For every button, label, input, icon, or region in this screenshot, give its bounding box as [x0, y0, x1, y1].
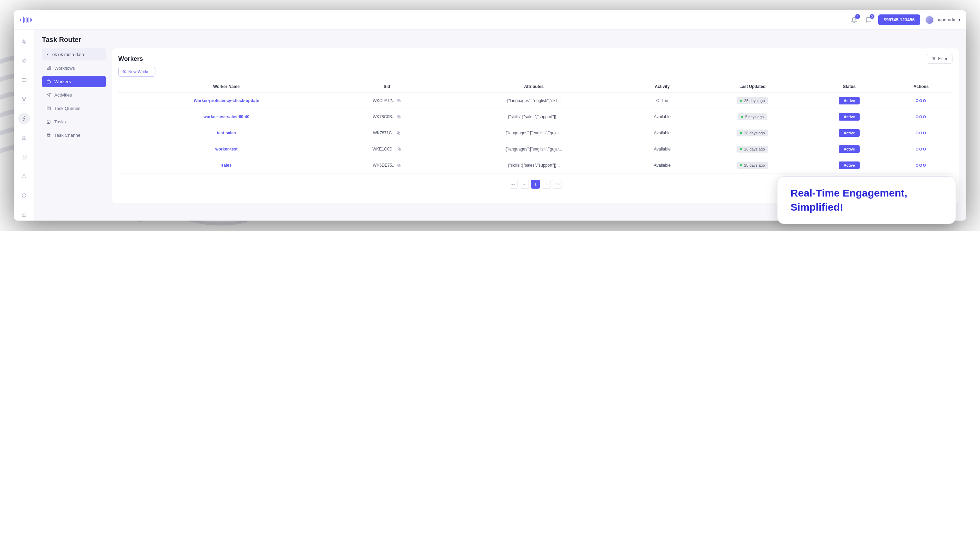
status-pill[interactable]: Active	[839, 162, 860, 169]
status-pill[interactable]: Active	[839, 113, 860, 121]
worker-name-link[interactable]: worker-test	[215, 147, 238, 152]
last-updated-pill: 5 days ago	[738, 113, 767, 120]
page-last[interactable]: »»	[553, 180, 562, 189]
filter-icon	[932, 57, 936, 61]
attributes-value: {"languages":["english","gujar...	[506, 147, 562, 152]
last-updated-pill: 28 days ago	[737, 146, 768, 152]
subnav-item-label: Activities	[54, 92, 72, 98]
rail-item-docs[interactable]	[18, 132, 30, 144]
status-dot-icon	[740, 100, 742, 102]
attributes-value: {"languages":["english","skil...	[507, 98, 560, 103]
filter-button[interactable]: Filter	[927, 54, 953, 63]
rail-item-user[interactable]	[18, 170, 30, 182]
svg-rect-28	[47, 109, 50, 110]
svg-rect-27	[47, 108, 50, 109]
row-actions-button[interactable]: OOO	[916, 147, 927, 151]
plus-icon	[123, 70, 127, 74]
subnav-activities[interactable]: Activities	[42, 89, 106, 101]
status-dot-icon	[740, 164, 742, 166]
page-prev[interactable]: «	[520, 180, 529, 189]
notifications-button[interactable]: 4	[850, 15, 859, 25]
svg-rect-24	[49, 67, 50, 70]
svg-point-14	[24, 59, 25, 60]
callout-text: Real-Time Engagement, Simplified!	[791, 186, 942, 214]
rail-item-refresh[interactable]	[18, 190, 30, 201]
row-actions-button[interactable]: OOO	[916, 98, 927, 103]
activity-value: Available	[654, 130, 671, 135]
notifications-count-badge: 4	[855, 14, 860, 19]
status-dot-icon	[740, 132, 742, 134]
user-menu[interactable]: superadmin	[925, 16, 960, 24]
status-dot-icon	[740, 148, 742, 150]
page-first[interactable]: ««	[509, 180, 518, 189]
activity-value: Available	[654, 114, 671, 119]
avatar	[925, 16, 934, 24]
rail-item-image[interactable]	[18, 151, 30, 163]
worker-name-link[interactable]: test-sales	[217, 130, 236, 135]
sid-value: WK7871C...	[373, 130, 401, 135]
rail-item-hash[interactable]	[18, 36, 30, 48]
rail-item-flow[interactable]	[18, 94, 30, 105]
rail-item-analytics[interactable]	[18, 209, 30, 220]
page-current[interactable]: 1	[531, 180, 540, 189]
col-status: Status	[809, 81, 890, 93]
copy-icon[interactable]	[397, 147, 401, 151]
worker-name-link[interactable]: sales	[221, 163, 231, 168]
col-activity: Activity	[628, 81, 696, 93]
activities-icon	[46, 93, 51, 97]
table-row: salesWK5DE75...{"skills":["sales","suppo…	[118, 157, 953, 173]
subnav-back[interactable]: ok ok meta data	[42, 48, 106, 60]
workers-icon	[46, 79, 51, 84]
balance-button[interactable]: $99745.123456	[878, 14, 920, 25]
copy-icon[interactable]	[396, 131, 401, 135]
sid-value: WK78C0B...	[373, 114, 401, 119]
last-updated-pill: 28 days ago	[737, 130, 768, 136]
row-actions-button[interactable]: OOO	[916, 163, 927, 167]
page-next[interactable]: »	[542, 180, 551, 189]
last-updated-pill: 28 days ago	[737, 162, 768, 169]
new-worker-button[interactable]: New Worker	[118, 67, 156, 77]
col-last-updated: Last Updated	[696, 81, 809, 93]
subnav-task-channel[interactable]: Task Channel	[42, 130, 106, 141]
sid-value: WKC9A12...	[373, 98, 401, 103]
topbar-right: 4 3 $99745.123456 superadmin	[850, 14, 960, 25]
messages-button[interactable]: 3	[864, 15, 873, 25]
activity-value: Available	[654, 163, 671, 168]
svg-line-12	[24, 40, 25, 44]
workflows-icon	[46, 66, 51, 70]
copy-icon[interactable]	[397, 98, 401, 103]
row-actions-button[interactable]: OOO	[916, 115, 927, 119]
subnav: ok ok meta data Workflows Workers Activi…	[42, 48, 106, 203]
worker-name-link[interactable]: Worker-proficiency-check-update	[194, 98, 259, 103]
status-pill[interactable]: Active	[839, 129, 860, 137]
status-pill[interactable]: Active	[839, 145, 860, 153]
subnav-workflows[interactable]: Workflows	[42, 62, 106, 74]
svg-point-16	[22, 97, 23, 98]
table-header-row: Worker Name Sid Attributes Activity Last…	[118, 81, 953, 93]
page-title: Task Router	[42, 36, 959, 44]
svg-rect-23	[48, 67, 49, 70]
subnav-item-label: Workers	[54, 79, 71, 84]
rail-item-code[interactable]	[18, 74, 30, 86]
chevron-left-icon	[46, 52, 49, 57]
brand-logo[interactable]	[20, 16, 32, 23]
svg-rect-22	[47, 68, 48, 70]
subnav-workers[interactable]: Workers	[42, 76, 106, 87]
status-pill[interactable]: Active	[839, 97, 860, 105]
workers-table: Worker Name Sid Attributes Activity Last…	[118, 81, 953, 173]
new-worker-label: New Worker	[128, 70, 151, 74]
copy-icon[interactable]	[397, 115, 401, 119]
svg-rect-25	[47, 81, 50, 83]
copy-icon[interactable]	[397, 163, 401, 167]
row-actions-button[interactable]: OOO	[916, 131, 927, 135]
rail-item-tasks[interactable]	[18, 113, 30, 124]
svg-point-17	[25, 97, 26, 98]
activity-value: Offline	[656, 98, 668, 103]
subnav-task-queues[interactable]: Task Queues	[42, 103, 106, 114]
queues-icon	[46, 106, 51, 111]
subnav-tasks[interactable]: Tasks	[42, 116, 106, 127]
nav-rail	[14, 30, 34, 220]
status-dot-icon	[741, 116, 743, 118]
worker-name-link[interactable]: worker-test-sales-60-40	[204, 114, 249, 119]
rail-item-team[interactable]	[18, 55, 30, 67]
